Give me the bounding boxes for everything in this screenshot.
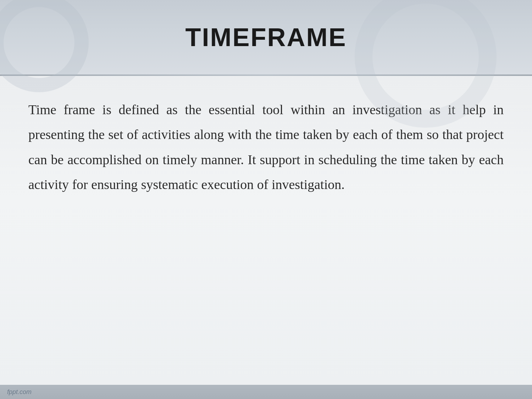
page-title: TIMEFRAME xyxy=(185,23,347,52)
footer-section: fppt.com xyxy=(0,385,532,399)
slide: TIMEFRAME Time frame is defined as the e… xyxy=(0,0,532,399)
footer-watermark: fppt.com xyxy=(7,388,32,396)
header-section: TIMEFRAME xyxy=(0,0,532,74)
